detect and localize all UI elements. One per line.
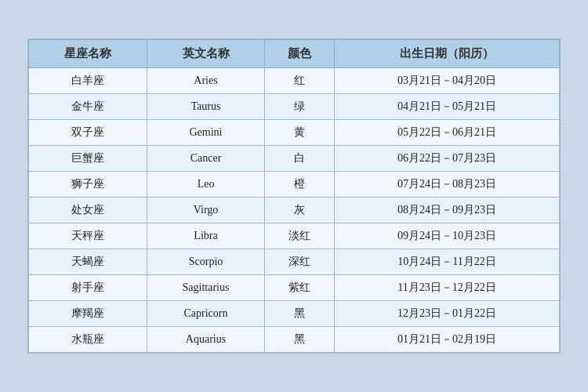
cell-english-name: Aquarius: [147, 327, 265, 353]
cell-chinese-name: 摩羯座: [29, 301, 147, 327]
cell-dates: 11月23日－12月22日: [335, 275, 560, 301]
table-row: 水瓶座Aquarius黑01月21日－02月19日: [29, 327, 560, 353]
cell-color: 红: [265, 68, 335, 94]
zodiac-table-container: 星座名称 英文名称 颜色 出生日期（阳历） 白羊座Aries红03月21日－04…: [27, 38, 561, 354]
header-english-name: 英文名称: [147, 40, 265, 68]
cell-english-name: Virgo: [147, 198, 265, 223]
cell-chinese-name: 射手座: [29, 275, 147, 301]
cell-english-name: Libra: [147, 223, 265, 249]
cell-chinese-name: 天蝎座: [29, 249, 147, 275]
cell-english-name: Scorpio: [147, 249, 265, 275]
table-row: 射手座Sagittarius紫红11月23日－12月22日: [29, 275, 560, 301]
table-row: 狮子座Leo橙07月24日－08月23日: [29, 172, 560, 198]
cell-english-name: Taurus: [147, 94, 265, 120]
cell-color: 淡红: [265, 223, 335, 249]
table-row: 天蝎座Scorpio深红10月24日－11月22日: [29, 249, 560, 275]
table-row: 巨蟹座Cancer白06月22日－07月23日: [29, 146, 560, 172]
cell-dates: 01月21日－02月19日: [335, 327, 560, 353]
cell-english-name: Cancer: [147, 146, 265, 172]
cell-color: 绿: [265, 94, 335, 120]
cell-dates: 12月23日－01月22日: [335, 301, 560, 327]
cell-english-name: Leo: [147, 172, 265, 198]
cell-english-name: Capricorn: [147, 301, 265, 327]
cell-color: 白: [265, 146, 335, 172]
table-row: 处女座Virgo灰08月24日－09月23日: [29, 198, 560, 223]
table-row: 摩羯座Capricorn黑12月23日－01月22日: [29, 301, 560, 327]
table-row: 金牛座Taurus绿04月21日－05月21日: [29, 94, 560, 120]
cell-english-name: Aries: [147, 68, 265, 94]
cell-dates: 05月22日－06月21日: [335, 120, 560, 146]
cell-color: 黑: [265, 327, 335, 353]
cell-color: 紫红: [265, 275, 335, 301]
cell-chinese-name: 巨蟹座: [29, 146, 147, 172]
header-dates: 出生日期（阳历）: [335, 40, 560, 68]
table-row: 白羊座Aries红03月21日－04月20日: [29, 68, 560, 94]
cell-dates: 08月24日－09月23日: [335, 198, 560, 223]
cell-chinese-name: 水瓶座: [29, 327, 147, 353]
cell-dates: 09月24日－10月23日: [335, 223, 560, 249]
cell-dates: 03月21日－04月20日: [335, 68, 560, 94]
cell-chinese-name: 双子座: [29, 120, 147, 146]
cell-chinese-name: 天秤座: [29, 223, 147, 249]
cell-chinese-name: 狮子座: [29, 172, 147, 198]
cell-english-name: Sagittarius: [147, 275, 265, 301]
cell-dates: 04月21日－05月21日: [335, 94, 560, 120]
table-header-row: 星座名称 英文名称 颜色 出生日期（阳历）: [29, 40, 560, 68]
cell-dates: 07月24日－08月23日: [335, 172, 560, 198]
header-color: 颜色: [265, 40, 335, 68]
cell-chinese-name: 金牛座: [29, 94, 147, 120]
cell-dates: 10月24日－11月22日: [335, 249, 560, 275]
cell-dates: 06月22日－07月23日: [335, 146, 560, 172]
cell-chinese-name: 白羊座: [29, 68, 147, 94]
cell-color: 深红: [265, 249, 335, 275]
zodiac-table: 星座名称 英文名称 颜色 出生日期（阳历） 白羊座Aries红03月21日－04…: [28, 39, 560, 353]
table-row: 天秤座Libra淡红09月24日－10月23日: [29, 223, 560, 249]
table-row: 双子座Gemini黄05月22日－06月21日: [29, 120, 560, 146]
header-chinese-name: 星座名称: [29, 40, 147, 68]
cell-color: 黄: [265, 120, 335, 146]
cell-color: 灰: [265, 198, 335, 223]
cell-english-name: Gemini: [147, 120, 265, 146]
table-body: 白羊座Aries红03月21日－04月20日金牛座Taurus绿04月21日－0…: [29, 68, 560, 353]
cell-chinese-name: 处女座: [29, 198, 147, 223]
cell-color: 橙: [265, 172, 335, 198]
cell-color: 黑: [265, 301, 335, 327]
